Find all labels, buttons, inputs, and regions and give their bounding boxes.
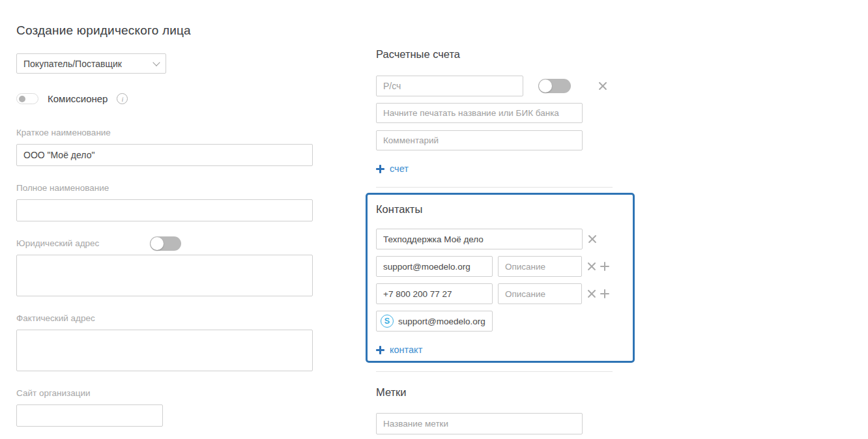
accounts-section-title: Расчетные счета [376,48,460,61]
short-name-input[interactable] [16,144,313,166]
account-number-input[interactable] [376,76,523,96]
tags-section-title: Метки [376,386,407,399]
add-contact-button[interactable]: контакт [376,345,422,355]
plus-icon [376,346,384,354]
divider [376,187,613,188]
create-legal-entity-page: Создание юридического лица Покупатель/По… [0,0,868,439]
commissioner-toggle[interactable] [16,93,38,104]
short-name-label: Краткое наименование [16,128,111,137]
remove-contact-row-icon[interactable] [586,261,598,272]
website-label: Сайт организации [16,388,91,398]
toggle-knob [539,79,552,92]
skype-value: support@moedelo.org [398,317,485,326]
toggle-knob [19,96,25,102]
actual-address-textarea[interactable] [16,330,313,371]
contact-name-input[interactable] [376,229,583,249]
contact-phone-description-input[interactable] [498,283,582,304]
contacts-section-panel: Контакты S support@moedelo.org контакт [366,193,635,363]
chevron-down-icon [152,59,160,66]
skype-icon: S [381,315,394,328]
contact-email-input[interactable] [376,256,493,277]
account-comment-input[interactable] [376,130,583,150]
full-name-label: Полное наименование [16,183,109,193]
page-title: Создание юридического лица [16,23,191,38]
toggle-knob [151,237,164,250]
add-account-button[interactable]: счет [376,163,409,174]
contacts-section-title: Контакты [376,203,422,216]
contact-skype-field[interactable]: S support@moedelo.org [376,311,493,332]
divider [376,371,613,372]
legal-address-toggle[interactable] [150,236,181,251]
add-contact-row-icon[interactable] [600,289,610,299]
tag-name-input[interactable] [376,413,583,434]
info-icon[interactable]: i [117,93,128,104]
remove-contact-row-icon[interactable] [586,288,598,300]
remove-account-icon[interactable] [597,80,609,92]
full-name-input[interactable] [16,199,313,221]
legal-address-textarea[interactable] [16,255,313,296]
remove-contact-icon[interactable] [586,233,598,245]
legal-address-label: Юридический адрес [16,238,99,248]
bank-search-input[interactable] [376,103,583,123]
plus-icon [376,165,384,173]
add-account-label: счет [390,163,409,174]
add-contact-label: контакт [390,345,422,355]
counterparty-type-value: Покупатель/Поставщик [23,59,122,69]
add-contact-row-icon[interactable] [600,261,610,272]
contact-phone-input[interactable] [376,283,493,304]
contact-email-description-input[interactable] [498,256,582,277]
account-main-toggle[interactable] [538,79,571,93]
actual-address-label: Фактический адрес [16,313,95,323]
counterparty-type-select[interactable]: Покупатель/Поставщик [16,53,166,74]
commissioner-label: Комиссионер [48,93,108,104]
website-input[interactable] [16,404,163,427]
